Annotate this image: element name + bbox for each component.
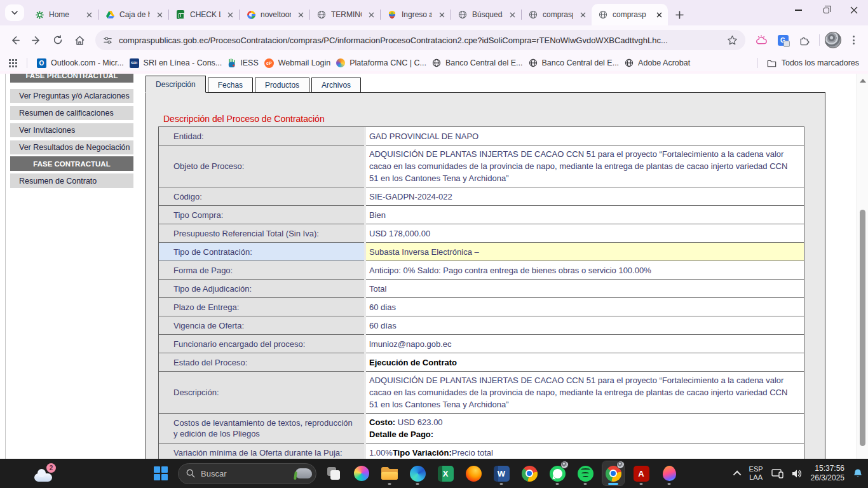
sidebar-item-resultados[interactable]: Ver Resultados de Negociación: [10, 140, 133, 154]
tab-archivos[interactable]: Archivos: [311, 78, 361, 93]
outlook-icon: O: [37, 58, 46, 68]
tab-productos[interactable]: Productos: [255, 78, 309, 93]
apps-grid-icon[interactable]: [9, 59, 17, 67]
close-icon[interactable]: [225, 10, 235, 20]
tab-noveltoon[interactable]: noveltoon: [240, 4, 309, 25]
widgets-weather-icon[interactable]: 2: [33, 463, 56, 484]
sidebar-item-calificaciones[interactable]: Resumen de calificaciones: [10, 106, 133, 120]
table-row-presupuesto: Presupuesto Referencial Total (Sin Iva):…: [159, 224, 804, 243]
table-row-adjudicacion: Tipo de Adjudicación: Total: [159, 280, 804, 298]
file-explorer-button[interactable]: [379, 461, 400, 485]
close-icon[interactable]: [578, 10, 588, 20]
sidebar-item-contrato[interactable]: Resumen de Contrato: [10, 173, 133, 188]
tab-search-button[interactable]: [5, 4, 24, 21]
globe-icon: [529, 58, 538, 67]
scroll-up-arrow-icon[interactable]: [860, 79, 866, 83]
avatar-overlay: [616, 461, 625, 469]
tab-fechas[interactable]: Fechas: [208, 78, 253, 93]
sidebar-item-preguntas[interactable]: Ver Preguntas y/ó Aclaraciones: [10, 89, 133, 103]
close-icon[interactable]: [366, 10, 376, 20]
firefox-button[interactable]: [463, 461, 484, 485]
tab-termino[interactable]: TERMINO: [310, 4, 380, 25]
tab-caja[interactable]: Caja de he: [98, 4, 168, 25]
edge-button[interactable]: [407, 461, 428, 485]
spotify-icon: [578, 466, 593, 482]
reload-icon[interactable]: [48, 30, 67, 50]
language-indicator[interactable]: ESPLAA: [749, 465, 763, 482]
table-row-plazo: Plazo de Entrega: 60 dias: [159, 298, 804, 316]
tray-expand-icon[interactable]: [733, 470, 741, 478]
bookmark-star-icon[interactable]: [727, 35, 738, 46]
minimize-button[interactable]: [784, 0, 812, 20]
cast-device-icon[interactable]: [771, 469, 783, 478]
spotify-button[interactable]: [574, 461, 596, 485]
sidebar-item-invitaciones[interactable]: Ver Invitaciones: [10, 123, 133, 137]
clock[interactable]: 15:37:5626/3/2025: [811, 464, 844, 483]
new-tab-button[interactable]: [675, 11, 684, 19]
globe-icon: [528, 10, 538, 20]
close-window-button[interactable]: [840, 0, 868, 20]
bookmark-cnc[interactable]: Plataforma CNC | C...: [336, 58, 426, 67]
volume-icon[interactable]: [792, 469, 803, 478]
table-row-codigo: Código: SIE-GADPN-2024-022: [159, 187, 804, 206]
tab-busqueda[interactable]: Búsqueda: [451, 4, 521, 25]
acrobat-button[interactable]: A: [630, 461, 652, 485]
iess-hand-icon: [227, 58, 236, 68]
page-scrollbar[interactable]: [857, 74, 868, 459]
google-drive-icon: [105, 10, 115, 20]
tab-title: Caja de he: [119, 10, 150, 19]
extensions-puzzle-icon[interactable]: [795, 30, 814, 50]
site-settings-tune-icon[interactable]: [103, 36, 112, 45]
paint-drop-button[interactable]: [658, 461, 680, 485]
close-icon[interactable]: [84, 10, 94, 20]
row-value: lmunioz@napo.gob.ec: [366, 335, 804, 353]
chrome-active-button[interactable]: [602, 461, 624, 485]
tab-descripcion[interactable]: Descripción: [146, 76, 206, 93]
close-icon[interactable]: [437, 10, 447, 20]
bookmark-iess[interactable]: IESS: [227, 58, 259, 68]
tab-comprasp-active[interactable]: comprasp: [592, 4, 668, 25]
tab-home[interactable]: Home: [28, 4, 98, 25]
start-button[interactable]: [150, 461, 172, 485]
copilot-button[interactable]: [351, 461, 372, 485]
bookmarks-divider: [757, 58, 758, 68]
bookmark-outlook[interactable]: O Outlook.com - Micr...: [37, 58, 124, 68]
window-controls: [784, 0, 868, 20]
home-icon[interactable]: [70, 30, 89, 50]
close-icon[interactable]: [154, 10, 165, 20]
chevron-down-icon: [11, 11, 18, 15]
close-icon[interactable]: [654, 10, 664, 20]
row-label: Objeto de Proceso:: [159, 146, 364, 187]
chrome-button[interactable]: [519, 461, 540, 485]
back-icon[interactable]: [5, 30, 24, 50]
scrollbar-thumb[interactable]: [860, 210, 865, 446]
bookmark-banco-2[interactable]: Banco Central del E...: [529, 58, 620, 67]
whatsapp-button[interactable]: [546, 461, 568, 485]
cnc-icon: [336, 58, 345, 67]
task-view-button[interactable]: [323, 461, 344, 485]
word-button[interactable]: W: [491, 461, 512, 485]
forward-icon[interactable]: [27, 30, 46, 50]
restore-button[interactable]: [812, 0, 840, 20]
browser-menu-icon[interactable]: [844, 30, 863, 50]
extension-pink-cloud-icon[interactable]: [752, 30, 771, 50]
tab-comprasp-1[interactable]: comprasp: [522, 4, 592, 25]
all-bookmarks[interactable]: Todos los marcadores: [754, 58, 859, 68]
profile-avatar[interactable]: [825, 32, 841, 48]
close-icon[interactable]: [507, 10, 517, 20]
bookmark-adobe[interactable]: Adobe Acrobat: [625, 58, 690, 67]
taskbar: 2 Buscar X W A ESPLAA 15:37:5626/3/2025: [0, 459, 868, 488]
excel-button[interactable]: X: [435, 461, 456, 485]
bookmark-webmail[interactable]: cP Webmail Login: [264, 58, 330, 68]
bookmark-sri[interactable]: SRI SRI en Línea - Cons...: [130, 58, 222, 68]
tab-ingreso[interactable]: Ingreso al: [381, 4, 451, 25]
taskbar-search[interactable]: Buscar: [178, 463, 316, 484]
url-text[interactable]: compraspublicas.gob.ec/ProcesoContrataci…: [119, 36, 721, 45]
close-icon[interactable]: [295, 10, 306, 20]
address-bar[interactable]: compraspublicas.gob.ec/ProcesoContrataci…: [95, 30, 745, 50]
tab-checklist[interactable]: CHECK LIS: [169, 4, 239, 25]
bookmark-banco-1[interactable]: Banco Central del E...: [432, 58, 523, 67]
google-translate-icon[interactable]: G: [773, 30, 792, 50]
notification-bell-icon[interactable]: [853, 468, 863, 478]
cost-line: Costo: USD 623.00: [369, 416, 799, 428]
